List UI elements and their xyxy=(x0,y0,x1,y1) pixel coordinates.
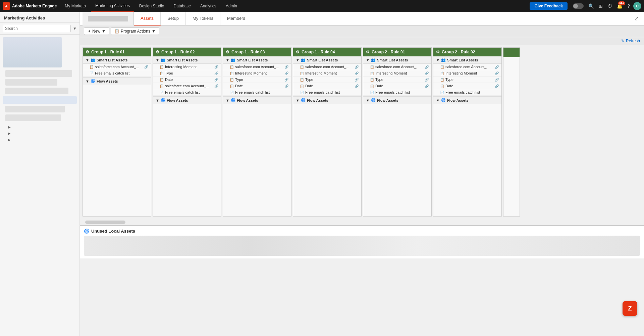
group-item-g2r1-4[interactable]: 📄Free emails catch list xyxy=(363,89,431,96)
group-item-g1r4-1[interactable]: 📋Interesting Moment🔗 xyxy=(293,70,361,77)
item-link-icon-g2r1-3[interactable]: 🔗 xyxy=(425,84,429,88)
program-actions-button[interactable]: 📋 Program Actions ▼ xyxy=(111,28,159,35)
grid-icon-button[interactable]: ⊞ xyxy=(597,3,604,9)
filter-icon[interactable]: ▼ xyxy=(73,26,77,31)
item-link-icon-g1r4-2[interactable]: 🔗 xyxy=(355,78,359,82)
group-header-label-g2r2: Group 2 - Rule 02 xyxy=(442,50,475,54)
fab-button[interactable]: Z xyxy=(623,301,637,316)
group-item-g2r2-0[interactable]: 📋salesforce.com Account_...🔗 xyxy=(433,64,501,70)
group-item-g2r1-3[interactable]: 📋Date🔗 xyxy=(363,83,431,89)
item-link-icon-g1r4-0[interactable]: 🔗 xyxy=(355,65,359,69)
nav-design-studio[interactable]: Design Studio xyxy=(135,0,168,12)
user-avatar[interactable]: U xyxy=(633,2,641,10)
item-link-icon-g1r2-3[interactable]: 🔗 xyxy=(214,84,218,88)
group-card-g2r1: ⚙Group 2 - Rule 01▼👥Smart List Assets📋sa… xyxy=(363,47,432,217)
horizontal-scrollbar[interactable] xyxy=(85,221,125,224)
item-link-icon-g1r2-2[interactable]: 🔗 xyxy=(214,78,218,82)
history-icon-button[interactable]: ⏱ xyxy=(606,3,613,9)
nav-admin[interactable]: Admin xyxy=(222,0,241,12)
item-link-icon-g1r3-0[interactable]: 🔗 xyxy=(284,65,288,69)
smart-list-icon-g1r3: 👥 xyxy=(231,58,235,62)
tab-setup[interactable]: Setup xyxy=(161,12,186,26)
smart-list-expand-icon-g1r1[interactable]: ▼ xyxy=(86,58,89,62)
item-link-icon-g1r1-0[interactable]: 🔗 xyxy=(144,65,148,69)
nav-analytics[interactable]: Analytics xyxy=(196,0,220,12)
group-item-g1r3-0[interactable]: 📋salesforce.com Account_...🔗 xyxy=(223,64,291,70)
item-link-icon-g1r2-1[interactable]: 🔗 xyxy=(214,71,218,75)
group-item-g1r3-3[interactable]: 📋Date🔗 xyxy=(223,83,291,89)
flow-expand-icon-g2r1[interactable]: ▼ xyxy=(366,98,370,102)
toggle-switch[interactable] xyxy=(572,3,585,9)
nav-marketing-activities[interactable]: Marketing Activities xyxy=(91,0,134,12)
tab-assets[interactable]: Assets xyxy=(134,12,161,26)
item-link-icon-g2r2-0[interactable]: 🔗 xyxy=(495,65,499,69)
flow-expand-icon-g1r4[interactable]: ▼ xyxy=(296,98,300,102)
group-item-g1r1-1[interactable]: 📄Free emails catch list xyxy=(83,70,151,77)
item-link-icon-g1r4-3[interactable]: 🔗 xyxy=(355,84,359,88)
flow-expand-icon-g2r2[interactable]: ▼ xyxy=(436,98,440,102)
search-input[interactable] xyxy=(3,25,71,32)
item-link-icon-g1r3-2[interactable]: 🔗 xyxy=(284,78,288,82)
sidebar-tree-item-3[interactable]: ▶ xyxy=(3,137,77,143)
expand-icon[interactable]: ⤢ xyxy=(632,15,641,22)
smart-list-label-g2r2: Smart List Assets xyxy=(447,58,478,62)
group-item-g1r2-3[interactable]: 📋salesforce.com Account_...🔗 xyxy=(153,83,221,89)
group-item-g1r3-4[interactable]: 📄Free emails catch list xyxy=(223,89,291,96)
group-item-g1r2-4[interactable]: 📄Free emails catch list xyxy=(153,89,221,96)
canvas-area[interactable]: ↻ Refresh ⚙Group 1 - Rule 01▼👥Smart List… xyxy=(80,37,644,336)
group-item-g1r2-2[interactable]: 📋Date🔗 xyxy=(153,77,221,83)
group-header-label-g1r1: Group 1 - Rule 01 xyxy=(91,50,124,54)
group-item-g1r3-1[interactable]: 📋Interesting Moment🔗 xyxy=(223,70,291,77)
group-item-g1r4-4[interactable]: 📄Free emails catch list xyxy=(293,89,361,96)
item-link-icon-g2r1-2[interactable]: 🔗 xyxy=(425,78,429,82)
group-item-g1r4-3[interactable]: 📋Date🔗 xyxy=(293,83,361,89)
give-feedback-button[interactable]: Give Feedback xyxy=(530,2,568,10)
smart-list-expand-icon-g1r4[interactable]: ▼ xyxy=(296,58,300,62)
tab-my-tokens[interactable]: My Tokens xyxy=(186,12,220,26)
item-link-icon-g2r2-2[interactable]: 🔗 xyxy=(495,78,499,82)
item-link-icon-g1r3-1[interactable]: 🔗 xyxy=(284,71,288,75)
new-button[interactable]: ✦ New ▼ xyxy=(84,28,109,35)
notifications-button[interactable]: 🔔 99+ xyxy=(615,3,624,9)
tab-members[interactable]: Members xyxy=(220,12,252,26)
group-item-g1r4-2[interactable]: 📋Type🔗 xyxy=(293,77,361,83)
sidebar-tree-item-2[interactable]: ▶ xyxy=(3,130,77,137)
item-icon-g1r2-1: 📋 xyxy=(160,71,164,75)
group-item-g2r1-2[interactable]: 📋Type🔗 xyxy=(363,77,431,83)
smart-list-expand-icon-g2r1[interactable]: ▼ xyxy=(366,58,370,62)
help-icon-button[interactable]: ? xyxy=(626,3,631,9)
item-link-icon-g1r3-3[interactable]: 🔗 xyxy=(284,84,288,88)
flow-expand-icon-g1r1[interactable]: ▼ xyxy=(86,79,89,83)
group-item-g1r1-0[interactable]: 📋salesforce.com Account_...🔗 xyxy=(83,64,151,70)
group-item-g2r2-4[interactable]: 📄Free emails catch list xyxy=(433,89,501,96)
item-link-icon-g2r2-3[interactable]: 🔗 xyxy=(495,84,499,88)
nav-database[interactable]: Database xyxy=(169,0,195,12)
smart-list-label-g1r1: Smart List Assets xyxy=(97,58,128,62)
smart-list-expand-icon-g2r2[interactable]: ▼ xyxy=(436,58,440,62)
group-item-g1r4-0[interactable]: 📋salesforce.com Account_...🔗 xyxy=(293,64,361,70)
item-link-icon-g2r2-1[interactable]: 🔗 xyxy=(495,71,499,75)
flow-expand-icon-g1r3[interactable]: ▼ xyxy=(226,98,229,102)
group-item-g2r2-1[interactable]: 📋Interesting Moment🔗 xyxy=(433,70,501,77)
smart-list-expand-icon-g1r3[interactable]: ▼ xyxy=(226,58,229,62)
sidebar-tree-item-1[interactable]: ▶ xyxy=(3,124,77,130)
item-link-icon-g2r1-1[interactable]: 🔗 xyxy=(425,71,429,75)
group-item-g2r1-1[interactable]: 📋Interesting Moment🔗 xyxy=(363,70,431,77)
group-item-g2r2-2[interactable]: 📋Type🔗 xyxy=(433,77,501,83)
item-text-g1r3-2: Type xyxy=(235,78,282,82)
item-link-icon-g2r1-0[interactable]: 🔗 xyxy=(425,65,429,69)
smart-list-expand-icon-g1r2[interactable]: ▼ xyxy=(156,58,159,62)
group-item-g1r2-0[interactable]: 📋Interesting Moment🔗 xyxy=(153,64,221,70)
group-item-g2r1-0[interactable]: 📋salesforce.com Account_...🔗 xyxy=(363,64,431,70)
item-link-icon-g1r2-0[interactable]: 🔗 xyxy=(214,65,218,69)
search-icon-button[interactable]: 🔍 xyxy=(587,3,595,9)
group-item-g2r2-3[interactable]: 📋Date🔗 xyxy=(433,83,501,89)
app-logo[interactable]: A Adobe Marketo Engage xyxy=(3,2,57,10)
refresh-button[interactable]: ↻ Refresh xyxy=(621,39,640,43)
group-item-g1r2-1[interactable]: 📋Type🔗 xyxy=(153,70,221,77)
item-icon-g1r2-2: 📋 xyxy=(160,78,164,82)
item-link-icon-g1r4-1[interactable]: 🔗 xyxy=(355,71,359,75)
group-item-g1r3-2[interactable]: 📋Type🔗 xyxy=(223,77,291,83)
nav-my-marketo[interactable]: My Marketo xyxy=(61,0,90,12)
flow-expand-icon-g1r2[interactable]: ▼ xyxy=(156,98,159,102)
